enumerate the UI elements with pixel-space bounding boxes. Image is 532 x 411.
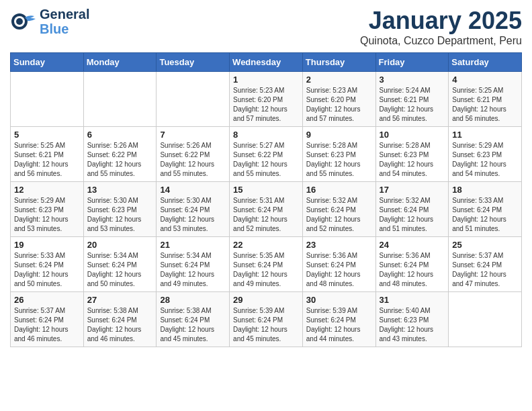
weekday-header-thursday: Thursday — [302, 53, 375, 72]
day-info: Sunrise: 5:26 AMSunset: 6:22 PMDaylight:… — [87, 141, 153, 179]
calendar-cell: 25Sunrise: 5:37 AMSunset: 6:24 PMDayligh… — [449, 237, 522, 292]
day-info: Sunrise: 5:30 AMSunset: 6:23 PMDaylight:… — [87, 196, 153, 234]
calendar-table: SundayMondayTuesdayWednesdayThursdayFrid… — [10, 52, 522, 347]
day-info: Sunrise: 5:33 AMSunset: 6:24 PMDaylight:… — [14, 251, 80, 289]
calendar-cell: 2Sunrise: 5:23 AMSunset: 6:20 PMDaylight… — [302, 72, 375, 127]
calendar-cell: 3Sunrise: 5:24 AMSunset: 6:21 PMDaylight… — [375, 72, 449, 127]
calendar-cell: 31Sunrise: 5:40 AMSunset: 6:23 PMDayligh… — [375, 292, 449, 347]
day-info: Sunrise: 5:39 AMSunset: 6:24 PMDaylight:… — [306, 306, 372, 344]
day-info: Sunrise: 5:28 AMSunset: 6:23 PMDaylight:… — [306, 141, 372, 179]
calendar-subtitle: Quinota, Cuzco Department, Peru — [360, 35, 522, 47]
day-info: Sunrise: 5:35 AMSunset: 6:24 PMDaylight:… — [233, 251, 299, 289]
day-info: Sunrise: 5:33 AMSunset: 6:24 PMDaylight:… — [452, 196, 518, 234]
day-info: Sunrise: 5:25 AMSunset: 6:21 PMDaylight:… — [14, 141, 80, 179]
logo-general: General — [40, 7, 89, 21]
day-number: 11 — [452, 130, 518, 140]
day-info: Sunrise: 5:29 AMSunset: 6:23 PMDaylight:… — [14, 196, 80, 234]
day-info: Sunrise: 5:32 AMSunset: 6:24 PMDaylight:… — [306, 196, 372, 234]
calendar-cell: 27Sunrise: 5:38 AMSunset: 6:24 PMDayligh… — [83, 292, 157, 347]
day-number: 26 — [14, 295, 80, 305]
day-info: Sunrise: 5:37 AMSunset: 6:24 PMDaylight:… — [452, 251, 518, 289]
day-number: 10 — [380, 130, 445, 140]
calendar-cell: 24Sunrise: 5:36 AMSunset: 6:24 PMDayligh… — [375, 237, 449, 292]
day-number: 27 — [87, 295, 153, 305]
day-info: Sunrise: 5:27 AMSunset: 6:22 PMDaylight:… — [233, 141, 299, 179]
calendar-cell: 6Sunrise: 5:26 AMSunset: 6:22 PMDaylight… — [83, 127, 157, 182]
day-number: 28 — [160, 295, 226, 305]
day-info: Sunrise: 5:36 AMSunset: 6:24 PMDaylight:… — [380, 251, 445, 289]
weekday-header-friday: Friday — [375, 53, 449, 72]
svg-point-2 — [16, 18, 23, 25]
day-number: 7 — [160, 130, 226, 140]
day-info: Sunrise: 5:23 AMSunset: 6:20 PMDaylight:… — [233, 86, 299, 124]
calendar-cell — [83, 72, 157, 127]
weekday-header-sunday: Sunday — [11, 53, 84, 72]
day-number: 8 — [233, 130, 299, 140]
calendar-cell: 22Sunrise: 5:35 AMSunset: 6:24 PMDayligh… — [230, 237, 303, 292]
day-number: 5 — [14, 130, 80, 140]
calendar-cell: 12Sunrise: 5:29 AMSunset: 6:23 PMDayligh… — [11, 182, 84, 237]
calendar-cell: 8Sunrise: 5:27 AMSunset: 6:22 PMDaylight… — [230, 127, 303, 182]
day-info: Sunrise: 5:25 AMSunset: 6:21 PMDaylight:… — [452, 86, 518, 124]
weekday-header-tuesday: Tuesday — [157, 53, 230, 72]
day-number: 2 — [306, 75, 372, 85]
calendar-cell — [157, 72, 230, 127]
calendar-cell: 14Sunrise: 5:30 AMSunset: 6:24 PMDayligh… — [157, 182, 230, 237]
calendar-cell: 17Sunrise: 5:32 AMSunset: 6:24 PMDayligh… — [375, 182, 449, 237]
calendar-cell: 28Sunrise: 5:38 AMSunset: 6:24 PMDayligh… — [157, 292, 230, 347]
day-number: 31 — [380, 295, 445, 305]
day-number: 16 — [306, 185, 372, 195]
day-info: Sunrise: 5:23 AMSunset: 6:20 PMDaylight:… — [306, 86, 372, 124]
day-number: 19 — [14, 240, 80, 250]
calendar-cell: 15Sunrise: 5:31 AMSunset: 6:24 PMDayligh… — [230, 182, 303, 237]
day-number: 17 — [380, 185, 445, 195]
calendar-cell: 26Sunrise: 5:37 AMSunset: 6:24 PMDayligh… — [11, 292, 84, 347]
title-area: January 2025 Quinota, Cuzco Department, … — [360, 7, 522, 47]
calendar-cell: 16Sunrise: 5:32 AMSunset: 6:24 PMDayligh… — [302, 182, 375, 237]
calendar-cell: 4Sunrise: 5:25 AMSunset: 6:21 PMDaylight… — [449, 72, 522, 127]
day-number: 25 — [452, 240, 518, 250]
day-info: Sunrise: 5:26 AMSunset: 6:22 PMDaylight:… — [160, 141, 226, 179]
calendar-cell: 5Sunrise: 5:25 AMSunset: 6:21 PMDaylight… — [11, 127, 84, 182]
calendar-cell: 13Sunrise: 5:30 AMSunset: 6:23 PMDayligh… — [83, 182, 157, 237]
day-number: 22 — [233, 240, 299, 250]
weekday-header-saturday: Saturday — [449, 53, 522, 72]
logo-blue: Blue — [40, 21, 89, 36]
day-info: Sunrise: 5:30 AMSunset: 6:24 PMDaylight:… — [160, 196, 226, 234]
calendar-cell: 20Sunrise: 5:34 AMSunset: 6:24 PMDayligh… — [83, 237, 157, 292]
day-info: Sunrise: 5:38 AMSunset: 6:24 PMDaylight:… — [87, 306, 153, 344]
day-number: 14 — [160, 185, 226, 195]
day-info: Sunrise: 5:40 AMSunset: 6:23 PMDaylight:… — [380, 306, 445, 344]
day-number: 3 — [380, 75, 445, 85]
day-info: Sunrise: 5:34 AMSunset: 6:24 PMDaylight:… — [87, 251, 153, 289]
day-info: Sunrise: 5:36 AMSunset: 6:24 PMDaylight:… — [306, 251, 372, 289]
day-number: 20 — [87, 240, 153, 250]
day-info: Sunrise: 5:37 AMSunset: 6:24 PMDaylight:… — [14, 306, 80, 344]
day-number: 23 — [306, 240, 372, 250]
day-number: 29 — [233, 295, 299, 305]
calendar-title: January 2025 — [360, 7, 522, 35]
day-info: Sunrise: 5:38 AMSunset: 6:24 PMDaylight:… — [160, 306, 226, 344]
day-info: Sunrise: 5:31 AMSunset: 6:24 PMDaylight:… — [233, 196, 299, 234]
calendar-cell — [11, 72, 84, 127]
calendar-cell: 1Sunrise: 5:23 AMSunset: 6:20 PMDaylight… — [230, 72, 303, 127]
day-number: 24 — [380, 240, 445, 250]
weekday-header-wednesday: Wednesday — [230, 53, 303, 72]
day-info: Sunrise: 5:28 AMSunset: 6:23 PMDaylight:… — [380, 141, 445, 179]
calendar-cell: 30Sunrise: 5:39 AMSunset: 6:24 PMDayligh… — [302, 292, 375, 347]
calendar-cell — [449, 292, 522, 347]
calendar-cell: 18Sunrise: 5:33 AMSunset: 6:24 PMDayligh… — [449, 182, 522, 237]
calendar-cell: 29Sunrise: 5:39 AMSunset: 6:24 PMDayligh… — [230, 292, 303, 347]
logo: General Blue — [10, 7, 89, 36]
day-number: 1 — [233, 75, 299, 85]
day-info: Sunrise: 5:29 AMSunset: 6:23 PMDaylight:… — [452, 141, 518, 179]
day-number: 6 — [87, 130, 153, 140]
calendar-cell: 19Sunrise: 5:33 AMSunset: 6:24 PMDayligh… — [11, 237, 84, 292]
calendar-cell: 11Sunrise: 5:29 AMSunset: 6:23 PMDayligh… — [449, 127, 522, 182]
day-number: 30 — [306, 295, 372, 305]
calendar-cell: 7Sunrise: 5:26 AMSunset: 6:22 PMDaylight… — [157, 127, 230, 182]
calendar-cell: 10Sunrise: 5:28 AMSunset: 6:23 PMDayligh… — [375, 127, 449, 182]
weekday-header-monday: Monday — [83, 53, 157, 72]
day-number: 13 — [87, 185, 153, 195]
day-number: 21 — [160, 240, 226, 250]
